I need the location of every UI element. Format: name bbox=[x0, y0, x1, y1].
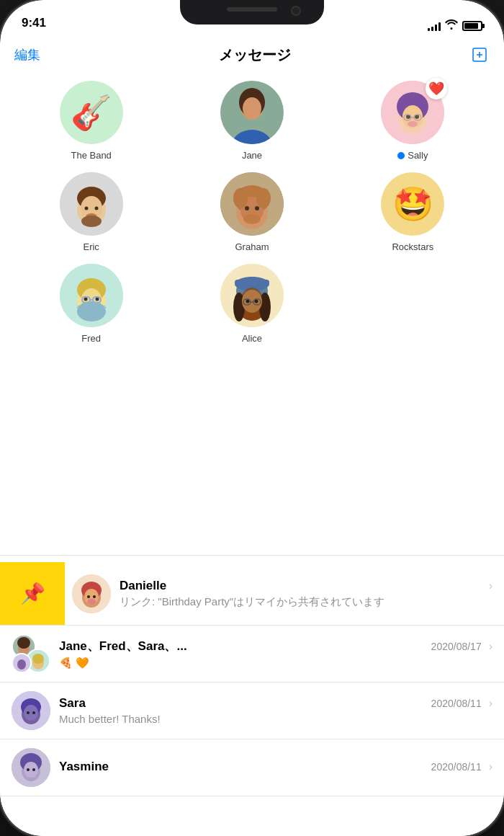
sender-sara: Sara bbox=[59, 696, 86, 711]
contacts-grid: 🎸 The Band Jane bbox=[0, 74, 504, 351]
svg-point-40 bbox=[95, 298, 99, 301]
speaker bbox=[227, 7, 277, 12]
avatar-eric bbox=[60, 172, 123, 236]
chevron-sara: › bbox=[489, 697, 492, 710]
contact-jane[interactable]: Jane bbox=[175, 81, 328, 161]
app-header: 編集 メッセージ bbox=[0, 36, 504, 74]
message-list: 📌 bbox=[0, 562, 504, 836]
message-header-yasmine: Yasmine 2020/08/11 › bbox=[59, 760, 492, 774]
group-av3 bbox=[12, 653, 32, 673]
screen: 9:41 bbox=[0, 0, 504, 836]
bar4 bbox=[438, 22, 441, 31]
svg-point-34 bbox=[256, 188, 271, 208]
contact-fred[interactable]: Fred bbox=[14, 264, 168, 344]
contact-name-jane: Jane bbox=[242, 150, 262, 161]
avatar-fred bbox=[60, 264, 123, 327]
svg-point-81 bbox=[32, 711, 35, 714]
svg-point-22 bbox=[84, 207, 88, 210]
bar3 bbox=[435, 25, 437, 31]
message-content-group-jfs: Jane、Fred、Sara、... 2020/08/17 › 🍕 🧡 bbox=[59, 638, 492, 670]
status-icons bbox=[428, 19, 482, 32]
notch bbox=[180, 0, 324, 25]
svg-point-56 bbox=[246, 300, 249, 303]
avatar-graham bbox=[220, 172, 284, 236]
pin-icon: 📌 bbox=[20, 582, 45, 605]
svg-point-55 bbox=[242, 290, 262, 313]
avatar-yasmine bbox=[12, 748, 50, 787]
message-row-danielle[interactable]: 📌 bbox=[0, 562, 504, 626]
chevron-danielle: › bbox=[489, 579, 492, 592]
chevron-group-jfs: › bbox=[489, 640, 492, 653]
svg-point-31 bbox=[255, 206, 259, 210]
phone-frame: 9:41 bbox=[0, 0, 504, 836]
svg-point-33 bbox=[233, 188, 248, 208]
date-yasmine: 2020/08/11 bbox=[431, 761, 482, 773]
avatar-danielle bbox=[72, 574, 111, 613]
contact-graham[interactable]: Graham bbox=[175, 172, 328, 252]
preview-group-jfs: 🍕 🧡 bbox=[59, 657, 492, 670]
avatar-jane bbox=[220, 81, 284, 144]
svg-point-80 bbox=[27, 711, 30, 714]
battery-icon bbox=[462, 21, 482, 31]
sender-group-jfs: Jane、Fred、Sara、... bbox=[59, 638, 187, 654]
preview-danielle: リンク: "Birthday Party"はリマイから共有されています bbox=[120, 595, 492, 609]
svg-point-30 bbox=[245, 206, 249, 210]
svg-point-86 bbox=[27, 768, 30, 771]
svg-point-67 bbox=[87, 599, 96, 605]
unread-dot-sally bbox=[397, 152, 405, 159]
camera bbox=[291, 6, 301, 16]
svg-point-85 bbox=[24, 762, 38, 778]
contact-name-the-band: The Band bbox=[71, 150, 111, 161]
avatar-the-band: 🎸 bbox=[60, 81, 123, 144]
status-time: 9:41 bbox=[22, 16, 46, 32]
svg-point-7 bbox=[243, 97, 261, 119]
svg-point-57 bbox=[254, 300, 258, 303]
wifi-icon bbox=[445, 19, 458, 32]
contact-name-alice: Alice bbox=[242, 333, 262, 344]
chevron-yasmine: › bbox=[489, 760, 492, 773]
edit-button[interactable]: 編集 bbox=[14, 46, 40, 63]
message-content-sara: Sara 2020/08/11 › Much better! Thanks! bbox=[59, 696, 492, 725]
signal-bars-icon bbox=[428, 21, 441, 31]
message-content-yasmine: Yasmine 2020/08/11 › bbox=[59, 760, 492, 776]
avatar-sara bbox=[12, 691, 50, 730]
svg-point-39 bbox=[84, 298, 87, 301]
contact-the-band[interactable]: 🎸 The Band bbox=[14, 81, 168, 161]
svg-rect-51 bbox=[235, 280, 269, 285]
sender-danielle: Danielle bbox=[120, 579, 166, 593]
contact-name-eric: Eric bbox=[83, 241, 99, 252]
bar1 bbox=[428, 28, 430, 31]
message-header-danielle: Danielle › bbox=[120, 579, 492, 593]
svg-point-70 bbox=[17, 637, 30, 649]
pinned-content-danielle: Danielle › リンク: "Birthday Party"はリマイから共有… bbox=[72, 564, 504, 623]
message-row-yasmine[interactable]: Yasmine 2020/08/11 › bbox=[0, 739, 504, 796]
contact-name-fred: Fred bbox=[81, 333, 101, 344]
contact-sally[interactable]: ❤️ Sally bbox=[336, 81, 490, 161]
svg-point-79 bbox=[24, 705, 38, 721]
message-content-danielle: Danielle › リンク: "Birthday Party"はリマイから共有… bbox=[120, 579, 492, 609]
message-header-sara: Sara 2020/08/11 › bbox=[59, 696, 492, 711]
avatar-group-jfs bbox=[12, 634, 50, 673]
contact-name-rockstars: Rockstars bbox=[392, 241, 433, 252]
avatar-alice bbox=[220, 264, 284, 327]
bar2 bbox=[431, 27, 433, 31]
svg-point-73 bbox=[32, 654, 44, 664]
message-row-sara[interactable]: Sara 2020/08/11 › Much better! Thanks! bbox=[0, 682, 504, 739]
contact-rockstars[interactable]: 🤩 Rockstars bbox=[336, 172, 490, 252]
compose-button[interactable] bbox=[469, 45, 490, 65]
svg-point-23 bbox=[94, 207, 98, 210]
svg-point-66 bbox=[93, 595, 96, 598]
contact-alice[interactable]: Alice bbox=[175, 264, 328, 344]
page-title: メッセージ bbox=[219, 45, 291, 65]
pin-indicator: 📌 bbox=[0, 562, 65, 625]
date-group-jfs: 2020/08/17 bbox=[431, 641, 482, 652]
svg-point-65 bbox=[87, 595, 90, 598]
svg-point-87 bbox=[32, 768, 35, 771]
contact-eric[interactable]: Eric bbox=[14, 172, 168, 252]
date-sara: 2020/08/11 bbox=[431, 698, 482, 709]
contact-name-graham: Graham bbox=[235, 241, 269, 252]
svg-point-25 bbox=[81, 215, 102, 227]
message-row-group-jfs[interactable]: Jane、Fred、Sara、... 2020/08/17 › 🍕 🧡 bbox=[0, 626, 504, 682]
svg-point-44 bbox=[77, 301, 106, 321]
section-divider bbox=[0, 555, 504, 556]
